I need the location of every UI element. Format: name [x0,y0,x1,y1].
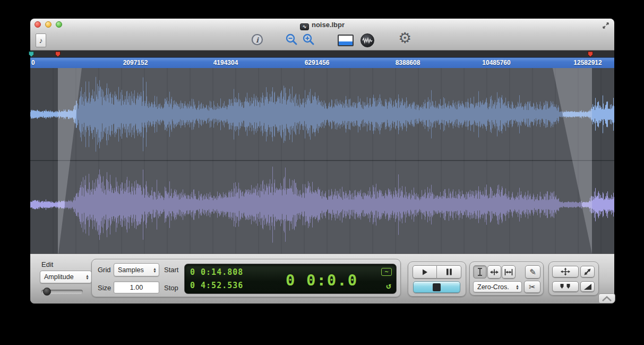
lcd-loop-icon[interactable]: ↺ [386,281,391,291]
waveform-canvas[interactable] [30,68,614,254]
bounds-tool-button[interactable] [502,265,516,279]
grid-unit-select[interactable]: Samples ▲▼ [114,263,159,276]
start-label: Start [164,266,178,274]
play-icon [421,268,428,276]
slider-knob[interactable] [43,288,51,296]
size-input[interactable] [114,281,159,293]
settings-gear-icon[interactable]: ⚙ [398,31,411,45]
grid-label: Grid [98,266,111,274]
document-proxy-icon: ∿ [300,23,309,30]
anchor-marker[interactable] [28,51,35,57]
waveform-display[interactable] [30,68,614,254]
marker-strip[interactable] [30,51,614,57]
sample-editor-window: ∿noise.lbpr ♪ i [30,19,614,304]
pencil-icon: ✎ [529,267,536,277]
h-expand-icon [490,268,499,276]
pencil-tool-button[interactable]: ✎ [525,265,540,279]
stretch-tool-button[interactable] [487,265,501,279]
ruler-tick-label: 10485760 [482,59,510,66]
desktop: ∿noise.lbpr ♪ i [0,0,644,345]
move-arrows-icon [560,267,571,276]
ruler-tick-label: 0 [31,59,35,66]
zoom-in-icon[interactable] [303,33,315,46]
cut-tool-button[interactable]: ✂ [524,281,540,293]
pause-icon [446,268,452,275]
window-title-bar[interactable]: ∿noise.lbpr [30,21,614,30]
waveform-view-icon[interactable] [360,33,374,47]
stepper-arrows-icon: ▲▼ [516,284,519,290]
size-label: Size [98,284,111,292]
display-mode-icon[interactable] [338,35,354,46]
snap-mode-select[interactable]: Zero-Cros. ▲▼ [473,281,522,292]
lcd-display: 0 0:14.808 0 4:52.536 0 0:0.0 ~ ↺ [184,264,397,294]
window-title: noise.lbpr [312,21,345,29]
lcd-start-time[interactable]: 0 0:14.808 [190,267,243,277]
bounds-icon [504,268,513,276]
ruler-tick-label: 2097152 [123,59,148,66]
window-chrome: ∿noise.lbpr ♪ i [30,19,614,51]
lcd-wave-mode-icon[interactable]: ~ [381,268,392,276]
edit-label: Edit [41,260,53,268]
ruler-tick-label: 12582912 [573,59,602,66]
audio-document-icon[interactable]: ♪ [36,33,46,47]
ruler-tick-label: 6291456 [305,59,330,66]
ibeam-tool-button[interactable] [473,265,487,279]
lcd-position-time[interactable]: 0 0:0.0 [286,271,358,289]
ibeam-icon [476,267,484,276]
move-tool-button[interactable] [552,266,579,277]
collapse-chevron-button[interactable] [598,293,615,304]
stop-label: Stop [164,284,178,292]
sample-ruler[interactable]: 0209715241943046291456838860810485760125… [30,57,614,68]
toolbar: ♪ i ⚙ [30,31,614,51]
stop-button[interactable] [413,281,460,293]
stepper-arrows-icon: ▲▼ [153,267,157,273]
edit-mode-select[interactable]: Amplitude ▲▼ [40,271,92,283]
grid-unit-value: Samples [118,266,151,274]
selection-start-marker[interactable] [55,51,61,57]
chevron-up-icon [601,296,613,302]
info-icon[interactable]: i [251,33,263,46]
edit-mode-value: Amplitude [44,273,83,281]
stepper-arrows-icon: ▲▼ [85,274,89,280]
zoom-out-icon[interactable] [286,33,298,46]
scale-tool-button[interactable] [580,266,595,277]
dual-marker-icon [560,283,571,290]
selection-end-marker[interactable] [587,51,594,57]
edit-amount-slider[interactable] [41,290,83,294]
fullscreen-icon[interactable] [602,21,610,30]
ruler-tick-label: 8388608 [396,59,420,66]
markers-tool-button[interactable] [552,281,579,292]
ruler-tick-label: 4194304 [213,59,238,66]
lcd-stop-time[interactable]: 0 4:52.536 [190,281,243,290]
snap-mode-value: Zero-Cros. [477,283,513,291]
play-button[interactable] [413,265,437,279]
stop-icon [433,283,441,291]
pause-button[interactable] [437,265,461,279]
fade-tool-button[interactable] [580,281,595,292]
diagonal-arrows-icon [583,268,591,276]
ramp-triangle-icon [583,283,592,290]
scissors-icon: ✂ [529,282,536,292]
